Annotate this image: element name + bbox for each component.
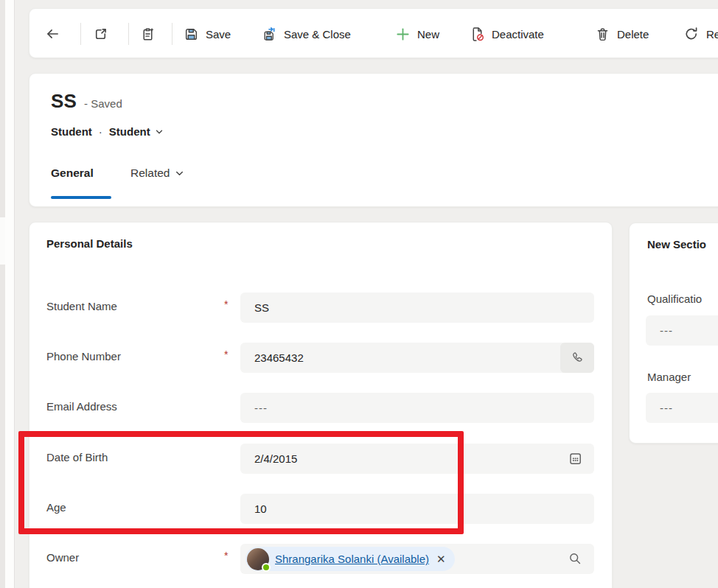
field-label-date-of-birth: Date of Birth bbox=[46, 451, 108, 463]
save-and-close-button[interactable]: Save & Close bbox=[257, 18, 355, 50]
manager-value: --- bbox=[646, 393, 718, 423]
section-heading-personal-details: Personal Details bbox=[46, 237, 133, 250]
record-save-status: - Saved bbox=[84, 97, 122, 110]
back-button[interactable] bbox=[40, 18, 65, 50]
field-label-qualification: Qualificatio bbox=[647, 293, 702, 305]
chevron-down-icon bbox=[155, 127, 164, 136]
calendar-icon bbox=[568, 451, 583, 466]
email-address-input[interactable]: --- bbox=[240, 393, 594, 423]
toolbar-divider bbox=[128, 23, 129, 45]
email-address-value: --- bbox=[240, 393, 594, 423]
new-label: New bbox=[417, 28, 439, 41]
required-asterisk: * bbox=[224, 349, 228, 360]
field-label-phone-number: Phone Number bbox=[46, 350, 121, 363]
date-picker-button[interactable] bbox=[568, 451, 583, 469]
left-rail bbox=[0, 0, 5, 588]
tab-general-label: General bbox=[51, 167, 94, 179]
deactivate-button[interactable]: Deactivate bbox=[465, 18, 548, 50]
manager-input[interactable]: --- bbox=[646, 393, 718, 423]
plus-icon bbox=[395, 27, 411, 42]
command-bar: Save Save & Close New Deactivate bbox=[29, 8, 718, 58]
tab-related-label: Related bbox=[130, 167, 170, 180]
delete-label: Delete bbox=[617, 28, 649, 41]
save-close-icon bbox=[262, 27, 277, 42]
trash-icon bbox=[595, 27, 610, 42]
field-label-age: Age bbox=[46, 501, 66, 514]
refresh-label: Refresh bbox=[706, 28, 718, 41]
form-selector[interactable]: Student bbox=[109, 125, 164, 138]
left-rail-gutter bbox=[5, 0, 15, 588]
save-and-close-label: Save & Close bbox=[284, 28, 351, 41]
left-rail-thumb bbox=[0, 217, 5, 265]
popout-icon bbox=[93, 27, 108, 42]
form-assist-button[interactable] bbox=[136, 18, 160, 50]
required-asterisk: * bbox=[224, 550, 228, 561]
presence-available-badge bbox=[262, 563, 271, 572]
date-of-birth-value: 2/4/2015 bbox=[240, 444, 594, 474]
field-label-email-address: Email Address bbox=[46, 400, 117, 413]
owner-search-button[interactable] bbox=[568, 551, 582, 568]
qualification-input[interactable]: --- bbox=[646, 315, 718, 346]
personal-details-section: Personal Details Student Name * SS Phone… bbox=[29, 222, 613, 588]
field-label-owner: Owner bbox=[46, 551, 79, 564]
owner-record-pill[interactable]: Shrangarika Solanki (Available) ✕ bbox=[245, 547, 455, 571]
owner-record-link[interactable]: Shrangarika Solanki (Available) bbox=[275, 553, 429, 565]
owner-lookup-input[interactable]: Shrangarika Solanki (Available) ✕ bbox=[240, 544, 594, 574]
age-value: 10 bbox=[240, 494, 594, 524]
form-sparkle-icon bbox=[140, 27, 156, 42]
record-title-row: SS - Saved bbox=[51, 90, 122, 113]
tab-related[interactable]: Related bbox=[130, 167, 184, 180]
deactivate-icon bbox=[470, 27, 485, 42]
entity-separator: · bbox=[99, 125, 102, 138]
student-form-page: { "colors": { "accent_blue": "#0f6cbd", … bbox=[0, 0, 718, 588]
entity-row: Student · Student bbox=[51, 125, 164, 138]
required-asterisk: * bbox=[224, 298, 228, 310]
search-icon bbox=[568, 551, 582, 566]
form-selector-label: Student bbox=[109, 125, 150, 138]
chevron-down-icon bbox=[175, 169, 184, 178]
active-tab-indicator bbox=[51, 196, 111, 199]
popout-button[interactable] bbox=[88, 18, 113, 50]
date-of-birth-input[interactable]: 2/4/2015 bbox=[240, 444, 594, 474]
back-icon bbox=[44, 26, 60, 42]
save-button[interactable]: Save bbox=[179, 18, 235, 50]
field-label-student-name: Student Name bbox=[46, 300, 117, 312]
new-section-card: New Sectio Qualificatio --- Manager --- bbox=[629, 223, 718, 444]
field-label-manager: Manager bbox=[647, 371, 691, 383]
toolbar-divider bbox=[172, 23, 172, 45]
entity-name: Student bbox=[51, 125, 92, 138]
tab-general[interactable]: General bbox=[51, 167, 94, 180]
record-title: SS bbox=[51, 90, 77, 113]
call-button[interactable] bbox=[560, 343, 594, 373]
new-button[interactable]: New bbox=[391, 18, 444, 50]
qualification-value: --- bbox=[646, 315, 718, 346]
refresh-button[interactable]: Refresh bbox=[679, 18, 718, 50]
save-label: Save bbox=[206, 28, 231, 41]
age-input[interactable]: 10 bbox=[240, 494, 594, 524]
delete-button[interactable]: Delete bbox=[590, 18, 653, 50]
record-header-card: SS - Saved Student · Student General Rel… bbox=[29, 73, 718, 207]
deactivate-label: Deactivate bbox=[492, 28, 544, 41]
owner-avatar bbox=[247, 548, 269, 570]
student-name-input[interactable]: SS bbox=[240, 293, 594, 323]
toolbar-divider bbox=[80, 23, 81, 45]
phone-icon bbox=[571, 351, 585, 365]
phone-number-value: 23465432 bbox=[240, 343, 594, 373]
refresh-icon bbox=[683, 26, 700, 42]
section-heading-new-section: New Sectio bbox=[647, 238, 706, 251]
remove-owner-icon[interactable]: ✕ bbox=[435, 553, 447, 566]
student-name-value: SS bbox=[240, 293, 594, 323]
save-icon bbox=[184, 27, 199, 42]
phone-number-input[interactable]: 23465432 bbox=[240, 343, 594, 373]
